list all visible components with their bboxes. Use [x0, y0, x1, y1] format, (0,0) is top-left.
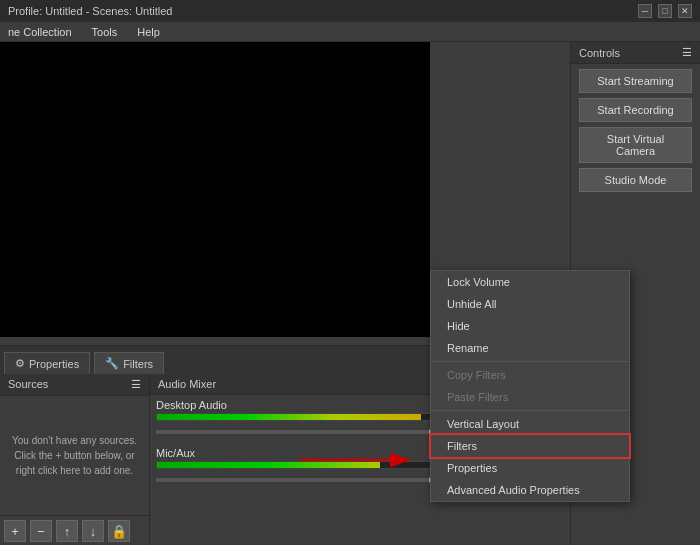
menu-help[interactable]: Help: [133, 26, 164, 38]
mic-aux-name: Mic/Aux: [156, 447, 195, 459]
sources-header: Sources ☰: [0, 374, 149, 396]
title-bar: Profile: Untitled - Scenes: Untitled ─ □…: [0, 0, 700, 22]
title-text: Profile: Untitled - Scenes: Untitled: [8, 5, 172, 17]
sources-menu-icon[interactable]: ☰: [131, 378, 141, 391]
mixer-title: Audio Mixer: [158, 378, 216, 390]
controls-menu-icon[interactable]: ☰: [682, 46, 692, 59]
controls-title: Controls: [579, 47, 620, 59]
sources-toolbar: + − ↑ ↓ 🔒: [0, 515, 149, 545]
properties-tab-icon: ⚙: [15, 357, 25, 370]
controls-header: Controls ☰: [571, 42, 700, 64]
menu-bar: ne Collection Tools Help: [0, 22, 700, 42]
sources-empty-message[interactable]: You don't have any sources. Click the + …: [0, 396, 149, 515]
desktop-audio-name: Desktop Audio: [156, 399, 227, 411]
maximize-button[interactable]: □: [658, 4, 672, 18]
start-recording-button[interactable]: Start Recording: [579, 98, 692, 122]
ctx-lock-volume[interactable]: Lock Volume: [431, 271, 629, 293]
minimize-button[interactable]: ─: [638, 4, 652, 18]
ctx-rename[interactable]: Rename: [431, 337, 629, 359]
desktop-audio-meter-fill: [157, 414, 421, 420]
tab-filters-label: Filters: [123, 358, 153, 370]
sources-panel: Sources ☰ You don't have any sources. Cl…: [0, 374, 150, 545]
ctx-hide[interactable]: Hide: [431, 315, 629, 337]
menu-tools[interactable]: Tools: [88, 26, 122, 38]
sources-up-button[interactable]: ↑: [56, 520, 78, 542]
ctx-divider-1: [431, 361, 629, 362]
tab-properties-label: Properties: [29, 358, 79, 370]
close-button[interactable]: ✕: [678, 4, 692, 18]
ctx-unhide-all[interactable]: Unhide All: [431, 293, 629, 315]
tab-filters[interactable]: 🔧 Filters: [94, 352, 164, 374]
ctx-filters[interactable]: Filters: [431, 435, 629, 457]
ctx-properties[interactable]: Properties: [431, 457, 629, 479]
mic-aux-meter-fill: [157, 462, 380, 468]
ctx-copy-filters: Copy Filters: [431, 364, 629, 386]
studio-mode-button[interactable]: Studio Mode: [579, 168, 692, 192]
sources-remove-button[interactable]: −: [30, 520, 52, 542]
filters-tab-icon: 🔧: [105, 357, 119, 370]
ctx-vertical-layout[interactable]: Vertical Layout: [431, 413, 629, 435]
ctx-paste-filters: Paste Filters: [431, 386, 629, 408]
menu-ne-collection[interactable]: ne Collection: [4, 26, 76, 38]
sources-title: Sources: [8, 378, 48, 391]
preview-canvas: [0, 42, 430, 337]
start-streaming-button[interactable]: Start Streaming: [579, 69, 692, 93]
context-menu: Lock Volume Unhide All Hide Rename Copy …: [430, 270, 630, 502]
tab-properties[interactable]: ⚙ Properties: [4, 352, 90, 374]
start-virtual-camera-button[interactable]: Start Virtual Camera: [579, 127, 692, 163]
sources-add-button[interactable]: +: [4, 520, 26, 542]
ctx-divider-2: [431, 410, 629, 411]
title-bar-controls: ─ □ ✕: [638, 4, 692, 18]
sources-lock-button[interactable]: 🔒: [108, 520, 130, 542]
ctx-advanced-audio[interactable]: Advanced Audio Properties: [431, 479, 629, 501]
sources-down-button[interactable]: ↓: [82, 520, 104, 542]
